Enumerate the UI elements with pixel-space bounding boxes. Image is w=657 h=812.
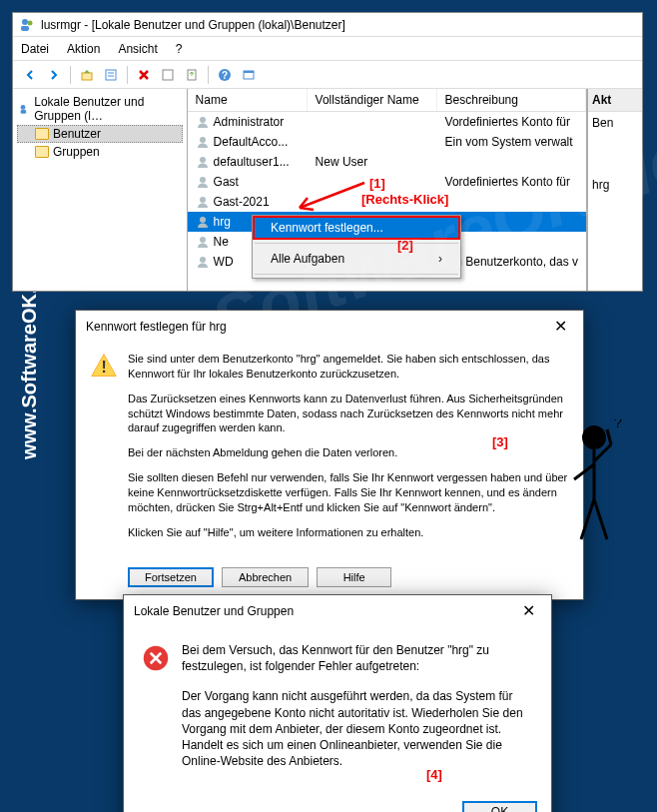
- svg-point-0: [22, 19, 28, 25]
- tree-root-label: Lokale Benutzer und Gruppen (l…: [34, 95, 180, 123]
- svg-rect-14: [21, 110, 27, 114]
- action-header: Akt: [588, 89, 642, 112]
- dialog-p1: Sie sind unter dem Benutzerkonto "hrg" a…: [128, 352, 569, 382]
- svg-point-21: [200, 237, 206, 243]
- app-icon: [19, 17, 35, 33]
- col-full-header[interactable]: Vollständiger Name: [308, 89, 437, 111]
- tree-item-benutzer[interactable]: Benutzer: [17, 125, 183, 143]
- svg-point-17: [200, 157, 206, 163]
- forward-button[interactable]: [43, 64, 65, 86]
- continue-button[interactable]: Fortsetzen: [128, 567, 214, 587]
- cancel-button[interactable]: Abbrechen: [222, 567, 309, 587]
- list-row[interactable]: AdministratorVordefiniertes Konto für: [188, 112, 586, 132]
- col-desc-header[interactable]: Beschreibung: [437, 89, 586, 111]
- tree-root[interactable]: Lokale Benutzer und Gruppen (l…: [17, 93, 183, 125]
- tree-panel: Lokale Benutzer und Gruppen (l… Benutzer…: [13, 89, 188, 291]
- action-item-hrg[interactable]: hrg: [588, 174, 642, 196]
- tree-gruppen-label: Gruppen: [53, 145, 100, 159]
- users-groups-icon: [19, 102, 30, 116]
- dialog-titlebar[interactable]: Kennwort festlegen für hrg ✕: [76, 311, 583, 342]
- list-row[interactable]: defaultuser1...New User: [188, 152, 586, 172]
- properties-button[interactable]: [100, 64, 122, 86]
- context-separator: [255, 243, 458, 244]
- svg-point-22: [200, 257, 206, 263]
- list-row[interactable]: DefaultAcco...Ein vom System verwalt: [188, 132, 586, 152]
- user-icon: [196, 235, 210, 249]
- help-button[interactable]: ?: [214, 64, 236, 86]
- user-icon: [196, 215, 210, 229]
- error-dialog-titlebar[interactable]: Lokale Benutzer und Gruppen ✕: [124, 595, 551, 626]
- menu-aktion[interactable]: Aktion: [67, 42, 100, 56]
- svg-point-16: [200, 137, 206, 143]
- error-icon: [142, 644, 170, 672]
- list-header: Name Vollständiger Name Beschreibung: [188, 89, 586, 112]
- svg-text:?: ?: [222, 70, 228, 81]
- annotation-1: [1]: [369, 176, 385, 191]
- user-icon: [196, 155, 210, 169]
- svg-text:!: !: [101, 359, 106, 376]
- back-button[interactable]: [19, 64, 41, 86]
- red-arrow: [290, 178, 369, 218]
- context-set-password[interactable]: Kennwort festlegen...: [253, 216, 460, 240]
- titlebar[interactable]: lusrmgr - [Lokale Benutzer und Gruppen (…: [13, 13, 642, 37]
- col-name-header[interactable]: Name: [188, 89, 308, 111]
- tree-item-gruppen[interactable]: Gruppen: [17, 143, 183, 161]
- ok-button[interactable]: OK: [462, 801, 537, 812]
- svg-line-29: [607, 429, 611, 444]
- help-button[interactable]: Hilfe: [317, 567, 391, 587]
- stickfigure-illustration: ?: [559, 419, 629, 559]
- menubar: Datei Aktion Ansicht ?: [13, 37, 642, 61]
- menu-datei[interactable]: Datei: [21, 42, 49, 56]
- svg-rect-3: [82, 73, 92, 80]
- dialog-p5: Klicken Sie auf "Hilfe", um weitere Info…: [128, 525, 569, 540]
- svg-point-13: [21, 105, 26, 110]
- dialog-p4: Sie sollten diesen Befehl nur verwenden,…: [128, 470, 569, 515]
- dialog-title-text: Kennwort festlegen für hrg: [86, 320, 227, 334]
- menu-ansicht[interactable]: Ansicht: [118, 42, 157, 56]
- dialog-p2: Das Zurücksetzen eines Kennworts kann zu…: [128, 392, 569, 436]
- svg-point-18: [200, 177, 206, 183]
- action-item-benutzer[interactable]: Ben: [588, 112, 642, 134]
- window-title: lusrmgr - [Lokale Benutzer und Gruppen (…: [41, 18, 345, 32]
- error-dialog-title: Lokale Benutzer und Gruppen: [134, 604, 294, 618]
- list-row[interactable]: GastVordefiniertes Konto für: [188, 172, 586, 192]
- svg-line-27: [574, 464, 594, 479]
- folder-icon: [35, 146, 49, 158]
- action-panel: Akt Ben hrg: [587, 89, 642, 291]
- warning-icon: !: [90, 352, 118, 380]
- password-warning-dialog: Kennwort festlegen für hrg ✕ ! Sie sind …: [75, 310, 584, 600]
- svg-line-30: [581, 499, 594, 539]
- view-button[interactable]: [238, 64, 260, 86]
- context-separator: [255, 274, 458, 275]
- toolbar: ?: [13, 61, 642, 89]
- user-icon: [196, 135, 210, 149]
- svg-rect-4: [106, 70, 116, 80]
- delete-button[interactable]: [133, 64, 155, 86]
- context-all-tasks[interactable]: Alle Aufgaben: [253, 247, 460, 271]
- svg-point-20: [200, 217, 206, 223]
- context-menu: Kennwort festlegen... Alle Aufgaben: [252, 215, 461, 279]
- svg-point-2: [28, 20, 33, 25]
- svg-rect-1: [21, 26, 29, 31]
- user-icon: [196, 115, 210, 129]
- user-icon: [196, 195, 210, 209]
- tree-benutzer-label: Benutzer: [53, 127, 101, 141]
- error-p1: Bei dem Versuch, das Kennwort für den Be…: [182, 642, 535, 674]
- error-p2: Der Vorgang kann nicht ausgeführt werden…: [182, 688, 535, 769]
- svg-point-15: [200, 117, 206, 123]
- annotation-1b: [Rechts-Klick]: [361, 192, 448, 207]
- menu-hilfe[interactable]: ?: [176, 42, 183, 56]
- svg-rect-7: [163, 70, 173, 80]
- refresh-button[interactable]: [157, 64, 179, 86]
- annotation-3: [3]: [492, 434, 508, 449]
- svg-point-25: [582, 425, 606, 449]
- export-button[interactable]: [181, 64, 203, 86]
- svg-text:?: ?: [614, 419, 622, 430]
- annotation-4: [4]: [426, 767, 442, 782]
- error-dialog: Lokale Benutzer und Gruppen ✕ Bei dem Ve…: [123, 594, 552, 812]
- annotation-2: [2]: [397, 238, 413, 253]
- close-button[interactable]: ✕: [516, 601, 541, 620]
- close-button[interactable]: ✕: [548, 317, 573, 336]
- user-icon: [196, 255, 210, 269]
- up-button[interactable]: [76, 64, 98, 86]
